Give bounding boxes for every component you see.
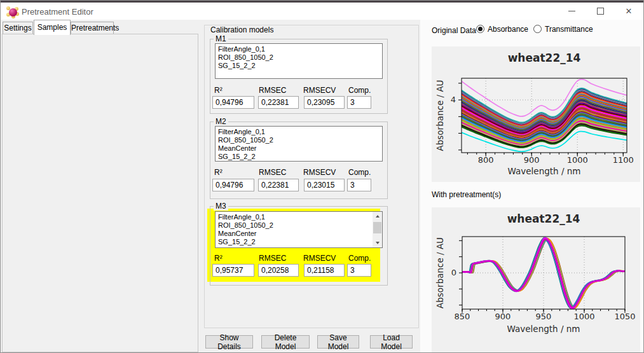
pretreatment-item[interactable]: ROI_850_1050_2 [218,221,380,230]
show-details-button[interactable]: Show Details [205,335,253,349]
metric-label-comp: Comp. [348,168,371,177]
original-spectra-chart: 800900100011004wheat22_14Wavelength / nm… [432,46,640,182]
minimize-button[interactable] [558,3,586,20]
radio-transmittance-icon[interactable] [533,25,542,33]
pretreatment-item[interactable]: SG_15_2_2 [218,153,380,161]
pretreatment-item[interactable]: ROI_850_1050_2 [218,53,380,62]
app-icon-sphere [9,8,17,17]
pretreatment-item[interactable]: FilterAngle_0,1 [218,128,380,136]
svg-text:1050: 1050 [614,312,635,321]
svg-text:800: 800 [478,155,494,165]
charts-panel: Original Data Absorbance Transmittance 8… [420,20,643,352]
svg-text:4: 4 [451,95,456,104]
model-M1-comp-value[interactable]: 3 [347,96,371,109]
model-M1-r2-value[interactable]: 0,94796 [212,96,254,109]
svg-text:1100: 1100 [613,155,634,165]
close-button[interactable]: ✕ [615,3,643,20]
metric-label-rmsecv: RMSECV [303,168,336,177]
pretreatment-item[interactable]: MeanCenter [218,230,380,238]
svg-text:900: 900 [495,312,511,321]
metric-label-comp: Comp. [348,86,371,95]
arrow-down-icon [376,242,380,244]
svg-text:wheat22_14: wheat22_14 [507,212,580,225]
model-M1-rmsecv-value[interactable]: 0,23095 [304,96,345,109]
app-icon [6,6,19,18]
model-M2-rmsec-value[interactable]: 0,22381 [258,179,299,191]
radio-transmittance[interactable]: Transmittance [533,25,593,34]
svg-text:Wavelength / nm: Wavelength / nm [507,324,580,334]
radio-absorbance-icon[interactable] [476,25,484,33]
with-pretreatments-label: With pretreatment(s) [432,190,501,199]
minimize-icon [568,11,575,11]
pretreatment-item[interactable]: SG_15_2_2 [218,238,380,246]
pretreatment-item[interactable]: MeanCenter [218,144,380,153]
tab-settings[interactable]: Settings [3,22,33,34]
metric-label-rmsec: RMSEC [259,86,286,95]
save-model-button[interactable]: Save Model [317,335,359,349]
pretreatment-item[interactable]: ROI_850_1050_2 [218,136,380,144]
pretreatment-item[interactable]: FilterAngle_0,1 [218,45,380,53]
svg-text:1000: 1000 [573,312,594,321]
pretreatment-editor-window: Pretreatment Editor ✕ Settings Samples P… [0,0,644,353]
metric-label-rmsecv: RMSECV [303,86,336,95]
title-bar: Pretreatment Editor ✕ [1,3,643,20]
svg-text:Wavelength / nm: Wavelength / nm [508,166,581,176]
metric-label-rmsec: RMSEC [259,168,286,177]
svg-text:950: 950 [536,312,552,321]
model-M3-r2-value[interactable]: 0,95737 [212,264,254,277]
model-M2-caption: M2 [214,117,228,126]
svg-text:850: 850 [455,312,470,321]
model-M3-pretreatment-list[interactable]: FilterAngle_0,1ROI_850_1050_2MeanCenterS… [215,211,383,248]
maximize-icon [597,8,604,15]
metric-label-rmsecv: RMSECV [303,254,336,263]
metric-label-r2: R² [214,168,223,177]
delete-model-button[interactable]: Delete Model [261,335,310,349]
model-M3-comp-value[interactable]: 3 [347,264,371,277]
scroll-up-button[interactable] [373,212,382,221]
metric-label-r2: R² [214,254,223,263]
svg-text:Absorbance / AU: Absorbance / AU [435,80,445,151]
scrollbar-thumb[interactable] [373,222,381,233]
metric-label-r2: R² [214,86,223,95]
window-title: Pretreatment Editor [22,7,93,17]
svg-text:Absorbance / AU: Absorbance / AU [435,237,445,308]
model-M2-r2-value[interactable]: 0,94796 [212,179,254,191]
calibration-models-group: Calibration models M1FilterAngle_0,1ROI_… [204,25,419,328]
svg-text:1000: 1000 [567,155,588,165]
svg-text:wheat22_14: wheat22_14 [508,52,581,64]
pretreatment-item[interactable]: FilterAngle_0,1 [218,213,380,221]
radio-absorbance[interactable]: Absorbance [476,25,528,34]
svg-text:900: 900 [524,155,540,165]
maximize-button[interactable] [586,3,614,20]
model-M3-caption: M3 [214,202,228,211]
model-M2-rmsecv-value[interactable]: 0,23015 [304,179,345,191]
model-M2-pretreatment-list[interactable]: FilterAngle_0,1ROI_850_1050_2MeanCenterS… [215,126,383,162]
radio-transmittance-label: Transmittance [545,25,593,34]
samples-tab-page [2,34,198,352]
calibration-models-caption: Calibration models [209,25,275,34]
arrow-up-icon [376,215,380,218]
metric-label-rmsec: RMSEC [259,254,286,263]
original-data-label: Original Data [432,26,476,35]
model-M1-rmsec-value[interactable]: 0,22381 [258,96,299,109]
pretreated-spectra-chart: 850900950100010500wheat22_14Wavelength /… [432,207,640,352]
tab-pretreatments[interactable]: Pretreatments [71,22,114,34]
model-M3-rmsecv-value[interactable]: 0,21158 [304,264,345,277]
load-model-button[interactable]: Load Model [370,335,413,349]
radio-absorbance-label: Absorbance [488,25,528,34]
close-icon: ✕ [626,7,633,15]
metric-label-comp: Comp. [348,254,371,263]
model-M3-rmsec-value[interactable]: 0,20258 [258,264,299,277]
model-M2-comp-value[interactable]: 3 [347,179,371,191]
model-M1-caption: M1 [214,34,228,43]
textarea-scrollbar[interactable] [373,212,382,247]
model-M1-pretreatment-list[interactable]: FilterAngle_0,1ROI_850_1050_2SG_15_2_2 [215,43,383,79]
tab-samples[interactable]: Samples [34,20,71,35]
pretreatment-item[interactable]: SG_15_2_2 [218,62,380,70]
scroll-down-button[interactable] [373,239,382,247]
svg-text:0: 0 [451,268,456,277]
